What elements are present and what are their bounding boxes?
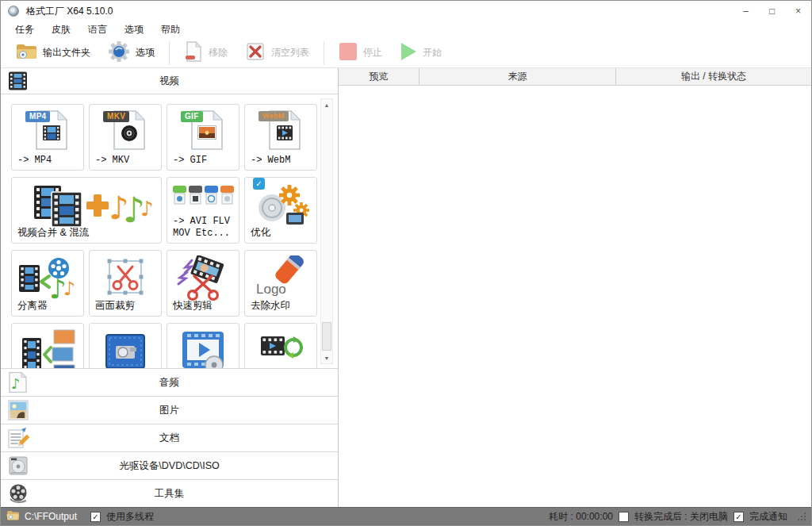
category-audio-label: 音频 xyxy=(1,376,338,390)
menu-task[interactable]: 任务 xyxy=(13,23,43,36)
tile-label: -> GIF xyxy=(173,155,235,167)
category-rom-dvd-cd-iso[interactable]: 光驱设备\DVD\CD\ISO xyxy=(1,451,338,479)
category-panel: 视频 xyxy=(1,68,339,507)
category-rom-label: 光驱设备\DVD\CD\ISO xyxy=(1,459,338,473)
category-video[interactable]: 视频 xyxy=(1,68,338,94)
tile-video-to-images[interactable] xyxy=(11,323,84,368)
clear-list-label: 清空列表 xyxy=(271,46,309,60)
category-toolset[interactable]: 工具集 xyxy=(1,479,338,507)
start-label: 开始 xyxy=(423,46,442,60)
toolbar-separator xyxy=(324,41,324,65)
scroll-up-icon[interactable]: ▲ xyxy=(321,99,332,110)
category-picture[interactable]: 图片 xyxy=(1,396,338,424)
minimize-button[interactable]: – xyxy=(733,1,759,21)
remove-button[interactable]: 移除 xyxy=(175,40,236,67)
document-pencil-icon xyxy=(8,428,29,448)
tile-screen-camera[interactable] xyxy=(89,323,162,368)
output-path-folder-icon[interactable] xyxy=(6,510,19,523)
remove-watermark-eraser-icon: Logo xyxy=(245,255,316,301)
menu-help[interactable]: 帮助 xyxy=(159,23,189,36)
category-document[interactable]: 文档 xyxy=(1,424,338,451)
options-button[interactable]: 选项 xyxy=(99,40,163,67)
task-list-header: 预览 来源 输出 / 转换状态 xyxy=(339,68,811,86)
menu-language[interactable]: 语言 xyxy=(86,23,116,36)
tile-label: -> AVI FLV MOV Etc... xyxy=(173,216,235,240)
multithread-checkbox[interactable]: ✓ xyxy=(90,512,101,522)
optical-drive-icon xyxy=(8,455,29,476)
menu-skin[interactable]: 皮肤 xyxy=(49,23,79,36)
svg-text:Logo: Logo xyxy=(256,282,286,297)
clear-list-button[interactable]: 清空列表 xyxy=(236,40,318,67)
tile-scrollbar[interactable]: ▲ ▼ xyxy=(320,98,333,364)
menu-options[interactable]: 选项 xyxy=(122,23,152,36)
tile-optimize[interactable]: ✓ 优化 xyxy=(244,177,317,244)
category-picture-label: 图片 xyxy=(1,404,338,417)
elapsed-time: 耗时 : 00:00:00 xyxy=(549,510,613,524)
tile-video-refresh[interactable] xyxy=(244,323,317,368)
gif-badge: GIF xyxy=(181,111,203,122)
menu-bar: 任务 皮肤 语言 选项 帮助 xyxy=(1,21,811,38)
tile-to-gif[interactable]: GIF -> GIF xyxy=(167,104,239,171)
task-list-body[interactable] xyxy=(339,86,811,507)
mkv-badge: MKV xyxy=(103,111,129,122)
splitter-icon: ♪ ♪ xyxy=(12,255,83,301)
clear-list-icon xyxy=(245,41,266,64)
close-button[interactable]: × xyxy=(785,1,811,21)
tile-splitter[interactable]: ♪ ♪ 分离器 xyxy=(11,250,84,317)
tile-label: 视频合并 & 混流 xyxy=(17,227,157,240)
column-output-status[interactable]: 输出 / 转换状态 xyxy=(616,68,811,85)
optimize-check-badge: ✓ xyxy=(253,178,265,190)
start-button[interactable]: 开始 xyxy=(391,40,450,67)
picture-photo-icon xyxy=(8,400,29,420)
scrollbar-thumb[interactable] xyxy=(322,322,331,351)
video-to-images-icon xyxy=(12,328,83,368)
remove-file-icon xyxy=(184,41,203,64)
notify-checkbox[interactable]: ✓ xyxy=(733,512,744,522)
column-preview[interactable]: 预览 xyxy=(339,68,419,85)
tile-label: 快速剪辑 xyxy=(173,300,235,313)
mp4-document-icon: MP4 xyxy=(12,109,83,152)
app-window: 格式工厂 X64 5.10.0 – □ × 任务 皮肤 语言 选项 帮助 输出文… xyxy=(0,0,812,526)
tile-remove-watermark[interactable]: Logo 去除水印 xyxy=(244,250,317,317)
shutdown-checkbox[interactable] xyxy=(619,512,629,522)
tile-to-mkv[interactable]: MKV -> MKV xyxy=(89,104,162,171)
mp4-badge: MP4 xyxy=(25,111,50,122)
maximize-button[interactable]: □ xyxy=(759,1,785,21)
stop-button[interactable]: 停止 xyxy=(330,40,391,67)
output-folder-label: 输出文件夹 xyxy=(43,46,90,60)
video-refresh-icon xyxy=(245,328,316,368)
output-folder-button[interactable]: 输出文件夹 xyxy=(7,40,99,67)
start-icon xyxy=(400,42,417,63)
category-video-label: 视频 xyxy=(1,75,338,88)
window-controls: – □ × xyxy=(733,1,811,21)
output-path[interactable]: C:\FFOutput xyxy=(25,511,77,522)
tile-crop[interactable]: 画面裁剪 xyxy=(89,250,162,317)
tile-to-avi-flv-mov[interactable]: -> AVI FLV MOV Etc... xyxy=(167,177,239,244)
tile-quick-clip[interactable]: 快速剪辑 xyxy=(167,250,239,317)
svg-text:♪: ♪ xyxy=(140,197,153,221)
category-toolset-label: 工具集 xyxy=(1,487,338,501)
video-play-frame-icon xyxy=(167,328,239,368)
options-gear-icon xyxy=(108,40,130,65)
tile-to-webm[interactable]: WebM -> WebM xyxy=(244,104,317,171)
filmstrip-icon xyxy=(8,71,28,91)
options-label: 选项 xyxy=(136,46,155,60)
task-list-panel: 预览 来源 输出 / 转换状态 xyxy=(339,68,811,507)
window-title: 格式工厂 X64 5.10.0 xyxy=(26,5,113,18)
resize-grip[interactable] xyxy=(798,513,806,520)
title-bar: 格式工厂 X64 5.10.0 – □ × xyxy=(1,1,811,21)
scroll-down-icon[interactable]: ▼ xyxy=(321,352,332,363)
tile-video-merge-mux[interactable]: ♪ ♪ ♪ 视频合并 & 混流 xyxy=(11,177,162,244)
tile-video-play-frame[interactable] xyxy=(167,323,239,368)
shutdown-label: 转换完成后 : 关闭电脑 xyxy=(634,510,728,524)
tile-to-mp4[interactable]: MP4 -> MP4 xyxy=(11,104,84,171)
tile-label: 画面裁剪 xyxy=(95,300,157,313)
app-logo-icon xyxy=(8,6,19,17)
video-merge-mux-icon: ♪ ♪ ♪ xyxy=(12,184,161,227)
category-audio[interactable]: ♪ 音频 xyxy=(1,368,338,396)
toolbar: 输出文件夹 选项 xyxy=(1,38,811,68)
column-source[interactable]: 来源 xyxy=(419,68,616,85)
multithread-label: 使用多线程 xyxy=(106,510,154,524)
multi-format-icon xyxy=(167,182,239,209)
main-area: 视频 xyxy=(1,68,811,507)
